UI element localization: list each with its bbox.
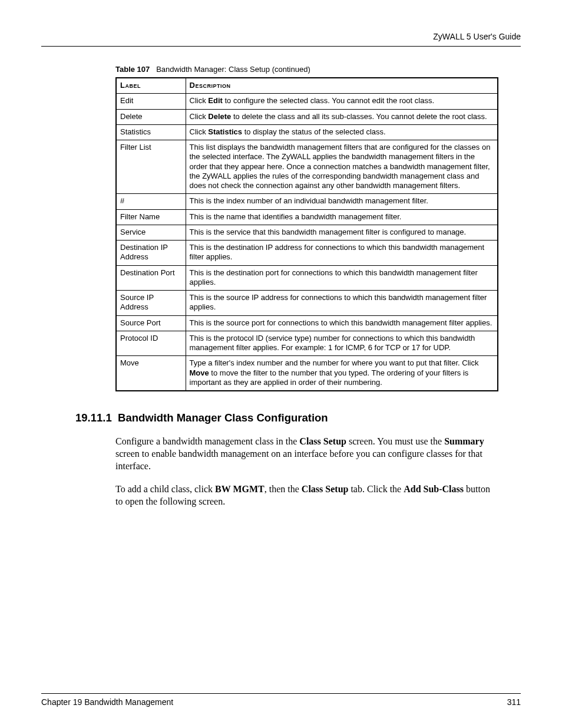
page: ZyWALL 5 User's Guide Table 107 Bandwidt…: [0, 0, 562, 728]
reference-table: Label Description EditClick Edit to conf…: [115, 77, 498, 391]
table-caption-text: Bandwidth Manager: Class Setup (continue…: [156, 65, 310, 74]
cell-label: Destination IP Address: [116, 241, 186, 266]
cell-label: #: [116, 194, 186, 209]
footer-rule: [41, 693, 521, 694]
section-heading: 19.11.1 Bandwidth Manager Class Configur…: [75, 411, 498, 424]
desc-text: to delete the class and all its sub-clas…: [231, 112, 487, 121]
p2-b1: BW MGMT: [215, 484, 265, 494]
table-row: Filter ListThis list displays the bandwi…: [116, 140, 498, 194]
cell-description: This is the source port for connections …: [186, 315, 498, 331]
desc-bold: Move: [190, 368, 209, 377]
p2-b2: Class Setup: [302, 484, 349, 494]
cell-description: Click Statistics to display the status o…: [186, 124, 498, 140]
desc-text: Click: [190, 96, 209, 105]
table-header-row: Label Description: [116, 78, 498, 94]
guide-title: ZyWALL 5 User's Guide: [433, 32, 521, 41]
content-area: Table 107 Bandwidth Manager: Class Setup…: [115, 65, 498, 519]
p1-b2: Summary: [444, 436, 484, 446]
desc-bold: Edit: [208, 96, 223, 105]
cell-description: Click Delete to delete the class and all…: [186, 109, 498, 124]
cell-description: This is the name that identifies a bandw…: [186, 209, 498, 225]
table-row: Destination IP AddressThis is the destin…: [116, 241, 498, 266]
cell-description: This is the service that this bandwidth …: [186, 225, 498, 240]
cell-label: Statistics: [116, 124, 186, 140]
cell-description: Type a filter's index number and the num…: [186, 356, 498, 391]
cell-description: Click Edit to configure the selected cla…: [186, 94, 498, 109]
cell-label: Protocol ID: [116, 331, 186, 356]
cell-description: This is the destination IP address for c…: [186, 241, 498, 266]
footer-chapter: Chapter 19 Bandwidth Management: [41, 697, 173, 707]
footer-page-number: 311: [507, 697, 521, 707]
cell-label: Delete: [116, 109, 186, 124]
cell-label: Filter List: [116, 140, 186, 194]
cell-description: This is the index number of an individua…: [186, 194, 498, 209]
body-paragraph-2: To add a child class, click BW MGMT, the…: [115, 483, 498, 508]
running-header: ZyWALL 5 User's Guide: [41, 32, 521, 41]
cell-label: Source IP Address: [116, 291, 186, 316]
table-row: #This is the index number of an individu…: [116, 194, 498, 209]
table-number: Table 107: [115, 65, 150, 74]
section-number: 19.11.1: [75, 411, 112, 424]
table-row: Filter NameThis is the name that identif…: [116, 209, 498, 225]
body-paragraph-1: Configure a bandwidth management class i…: [115, 435, 498, 472]
desc-bold: Delete: [208, 112, 231, 121]
col-header-description: Description: [186, 78, 498, 94]
desc-text: to configure the selected class. You can…: [223, 96, 434, 105]
p1-b1: Class Setup: [299, 436, 346, 446]
header-rule: [41, 46, 521, 47]
table-row: DeleteClick Delete to delete the class a…: [116, 109, 498, 124]
desc-text: Click: [190, 127, 209, 136]
desc-text: to move the filter to the number that yo…: [190, 368, 469, 387]
table-row: Destination PortThis is the destination …: [116, 265, 498, 291]
cell-label: Filter Name: [116, 209, 186, 225]
cell-description: This list displays the bandwidth managem…: [186, 140, 498, 194]
table-caption: Table 107 Bandwidth Manager: Class Setup…: [115, 65, 498, 74]
table-row: Protocol IDThis is the protocol ID (serv…: [116, 331, 498, 356]
cell-label: Move: [116, 356, 186, 391]
section-title: Bandwidth Manager Class Configuration: [118, 411, 328, 424]
table-row: Source PortThis is the source port for c…: [116, 315, 498, 331]
table-body: EditClick Edit to configure the selected…: [116, 94, 498, 391]
table-row: StatisticsClick Statistics to display th…: [116, 124, 498, 140]
p1-t2: screen. You must use the: [346, 436, 444, 446]
table-row: MoveType a filter's index number and the…: [116, 356, 498, 391]
cell-label: Edit: [116, 94, 186, 109]
desc-text: Click: [190, 112, 209, 121]
table-row: Source IP AddressThis is the source IP a…: [116, 291, 498, 316]
p2-t2: , then the: [265, 484, 302, 494]
table-row: ServiceThis is the service that this ban…: [116, 225, 498, 240]
p2-b3: Add Sub-Class: [404, 484, 464, 494]
p2-t1: To add a child class, click: [115, 484, 215, 494]
desc-text: to display the status of the selected cl…: [242, 127, 386, 136]
cell-description: This is the destination port for connect…: [186, 265, 498, 291]
cell-label: Destination Port: [116, 265, 186, 291]
desc-text: Type a filter's index number and the num…: [190, 358, 479, 367]
running-footer: Chapter 19 Bandwidth Management 311: [41, 697, 521, 707]
desc-bold: Statistics: [208, 127, 242, 136]
cell-description: This is the source IP address for connec…: [186, 291, 498, 316]
p2-t3: tab. Click the: [348, 484, 404, 494]
table-row: EditClick Edit to configure the selected…: [116, 94, 498, 109]
cell-label: Source Port: [116, 315, 186, 331]
p1-t1: Configure a bandwidth management class i…: [115, 436, 299, 446]
col-header-label: Label: [116, 78, 186, 94]
cell-description: This is the protocol ID (service type) n…: [186, 331, 498, 356]
p1-t3: screen to enable bandwidth management on…: [115, 449, 482, 471]
cell-label: Service: [116, 225, 186, 240]
